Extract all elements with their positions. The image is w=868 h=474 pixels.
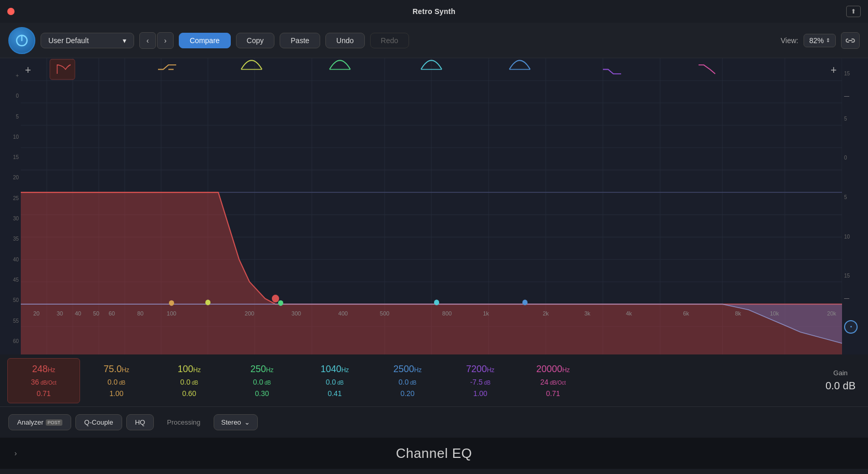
expand-button[interactable]: › <box>8 446 23 460</box>
eq-handle-band3[interactable] <box>205 300 211 306</box>
chevron-right-icon: › <box>15 449 17 457</box>
nav-group: ‹ › <box>139 32 174 49</box>
band6-freq: 2500Hz <box>393 364 422 375</box>
band5-info[interactable]: 1040Hz 0.0 dB 0.41 <box>298 359 371 403</box>
spinner-icon: ⇕ <box>826 37 830 43</box>
band3-info[interactable]: 100Hz 0.0 dB 0.60 <box>153 359 226 403</box>
eq-handle-band2[interactable] <box>169 300 174 306</box>
band3-icon[interactable] <box>241 60 262 69</box>
band1-q: 0.71 <box>36 389 50 398</box>
eq-curve-display[interactable]: 20 30 40 50 60 80 100 200 300 400 500 80… <box>21 58 842 354</box>
band4-freq: 250Hz <box>251 364 274 375</box>
band3-freq: 100Hz <box>178 364 201 375</box>
gain-knob[interactable] <box>844 320 858 334</box>
band2-info[interactable]: 75.0Hz 0.0 dB 1.00 <box>80 359 153 403</box>
band3-db: 0.0 dB <box>180 378 198 386</box>
svg-text:8k: 8k <box>735 310 741 316</box>
eq-handle-band5[interactable] <box>434 300 439 306</box>
processing-label: Processing <box>158 414 209 430</box>
svg-text:20k: 20k <box>827 310 836 316</box>
db-scale-left: + 0 5 10 15 20 25 30 35 40 45 50 55 60 <box>0 58 21 354</box>
view-percent-control[interactable]: 82% ⇕ <box>804 34 836 47</box>
svg-text:30: 30 <box>57 310 63 316</box>
band5-db: 0.0 dB <box>326 378 344 386</box>
band8-info[interactable]: 20000Hz 24 dB/Oct 0.71 <box>517 359 589 403</box>
view-label: View: <box>781 36 798 45</box>
post-badge: POST <box>46 419 63 426</box>
preset-dropdown[interactable]: User Default ▾ <box>41 33 134 48</box>
eq-handle-band6[interactable] <box>522 300 528 306</box>
db-scale-right: 15 — 5 0 5 10 15 — <box>842 58 868 354</box>
app-title: Retro Synth <box>413 7 456 16</box>
hq-button[interactable]: HQ <box>126 414 154 430</box>
svg-text:60: 60 <box>109 310 115 316</box>
svg-text:3k: 3k <box>584 310 590 316</box>
svg-text:300: 300 <box>292 310 301 316</box>
band6-q: 0.20 <box>400 389 414 398</box>
svg-text:100: 100 <box>167 310 176 316</box>
gain-label: Gain <box>833 369 847 377</box>
band2-icon[interactable] <box>158 65 176 70</box>
band1-icon[interactable] <box>50 59 75 80</box>
band7-icon[interactable] <box>603 70 621 74</box>
upload-button[interactable]: ⬆ <box>846 6 861 17</box>
svg-text:20: 20 <box>33 310 40 316</box>
band1-db: 36 dB/Oct <box>31 378 57 386</box>
footer: › Channel EQ <box>0 438 868 469</box>
svg-text:200: 200 <box>245 310 254 316</box>
band6-info[interactable]: 2500Hz 0.0 dB 0.20 <box>371 359 444 403</box>
band-info-row: 248Hz 36 dB/Oct 0.71 75.0Hz 0.0 dB 1.00 … <box>0 354 868 406</box>
dropdown-arrow-icon: ⌄ <box>244 418 250 426</box>
svg-text:400: 400 <box>338 310 348 316</box>
band1-info[interactable]: 248Hz 36 dB/Oct 0.71 <box>7 358 80 403</box>
band7-info[interactable]: 7200Hz -7.5 dB 1.00 <box>444 359 517 403</box>
nav-back-button[interactable]: ‹ <box>139 32 156 49</box>
copy-button[interactable]: Copy <box>236 33 275 48</box>
add-left-icon: + <box>25 63 31 76</box>
svg-text:50: 50 <box>93 310 99 316</box>
close-button[interactable] <box>7 8 15 15</box>
eq-area[interactable]: + 0 5 10 15 20 25 30 35 40 45 50 55 60 <box>0 58 868 354</box>
svg-text:4k: 4k <box>626 310 632 316</box>
analyzer-button[interactable]: Analyzer POST <box>8 414 71 430</box>
band4-db: 0.0 dB <box>253 378 271 386</box>
band2-q: 1.00 <box>109 389 123 398</box>
band3-q: 0.60 <box>182 389 196 398</box>
eq-handle-band1[interactable] <box>272 295 279 302</box>
power-button[interactable] <box>8 27 35 54</box>
band1-freq: 248Hz <box>32 364 56 375</box>
svg-rect-53 <box>50 59 75 80</box>
band4-q: 0.30 <box>255 389 269 398</box>
band7-db: -7.5 dB <box>470 378 490 386</box>
gain-info: Gain 0.0 dB <box>825 369 861 392</box>
preset-label: User Default <box>48 36 89 45</box>
undo-button[interactable]: Undo <box>325 33 364 48</box>
band2-db: 0.0 dB <box>108 378 125 386</box>
svg-text:500: 500 <box>380 310 389 316</box>
titlebar: Retro Synth ⬆ <box>0 0 868 23</box>
nav-forward-button[interactable]: › <box>157 32 174 49</box>
stereo-dropdown[interactable]: Stereo ⌄ <box>214 414 258 430</box>
svg-text:2k: 2k <box>543 310 549 316</box>
svg-text:6k: 6k <box>683 310 689 316</box>
bottom-controls: Analyzer POST Q-Couple HQ Processing Ste… <box>0 406 868 438</box>
svg-text:40: 40 <box>75 310 81 316</box>
paste-button[interactable]: Paste <box>280 33 320 48</box>
plugin-name: Channel EQ <box>396 445 472 462</box>
svg-text:1k: 1k <box>483 310 489 316</box>
band2-freq: 75.0Hz <box>103 364 129 375</box>
band4-icon[interactable] <box>330 60 350 69</box>
band5-q: 0.41 <box>327 389 341 398</box>
svg-text:80: 80 <box>137 310 143 316</box>
chain-button[interactable] <box>841 32 860 49</box>
band8-icon[interactable] <box>699 65 715 74</box>
band6-icon[interactable] <box>509 60 530 69</box>
redo-button[interactable]: Redo <box>370 33 409 48</box>
upload-icon: ⬆ <box>851 8 856 15</box>
eq-handle-band4[interactable] <box>278 300 283 306</box>
band6-db: 0.0 dB <box>399 378 416 386</box>
svg-text:800: 800 <box>442 310 452 316</box>
band4-info[interactable]: 250Hz 0.0 dB 0.30 <box>226 359 298 403</box>
compare-button[interactable]: Compare <box>179 33 231 48</box>
q-couple-button[interactable]: Q-Couple <box>75 414 122 430</box>
